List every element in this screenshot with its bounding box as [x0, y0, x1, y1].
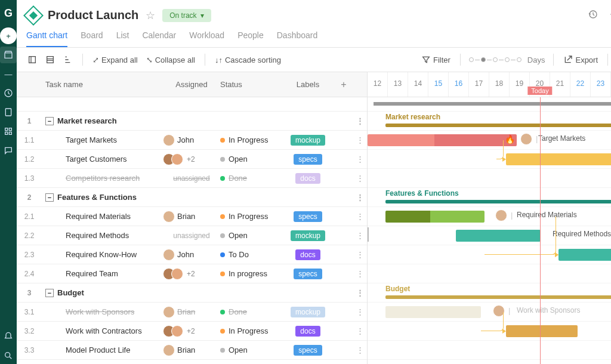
app-logo[interactable]: G — [0, 5, 17, 21]
tab-calendar[interactable]: Calendar — [142, 30, 176, 47]
avatar — [163, 306, 175, 318]
svg-rect-5 — [9, 132, 11, 134]
rail-grid-icon[interactable] — [0, 123, 17, 140]
history-icon[interactable] — [586, 7, 600, 23]
tab-dashboard[interactable]: Dashboard — [277, 30, 318, 47]
row-menu-icon[interactable]: ⋮ — [356, 250, 364, 259]
col-assigned[interactable]: Assigned — [163, 80, 220, 89]
row-menu-icon[interactable]: ⋮ — [356, 288, 364, 297]
col-status[interactable]: Status — [220, 80, 281, 89]
row-menu-icon[interactable]: ⋮ — [356, 155, 364, 164]
rail-projects-icon[interactable] — [0, 47, 17, 63]
gantt-group-bar[interactable] — [385, 200, 611, 203]
gantt-row — [368, 150, 611, 169]
star-icon[interactable]: ☆ — [146, 9, 155, 22]
row-menu-icon[interactable]: ⋮ — [356, 269, 364, 278]
task-row[interactable]: 2.2Required MethodsunassignedOpenmockup⋮ — [17, 226, 367, 245]
col-task-name[interactable]: Task name — [42, 80, 163, 89]
task-row[interactable]: 3.2Work with Contractors+2In Progressdoc… — [17, 322, 367, 341]
col-labels[interactable]: Labels — [281, 80, 335, 89]
gear-icon[interactable] — [607, 7, 611, 23]
group-row[interactable]: 2−Features & Functions⋮ — [17, 188, 367, 207]
label-tag[interactable]: specs — [294, 211, 322, 222]
task-row[interactable]: 3.1Work with SponsorsBrianDonemockup⋮ — [17, 303, 367, 322]
gantt-bar[interactable] — [558, 249, 611, 261]
rail-separator-icon: — — [0, 66, 17, 82]
label-tag[interactable]: docs — [295, 173, 320, 184]
day-cell: 23 — [591, 72, 611, 97]
gantt-bar[interactable] — [506, 153, 611, 165]
tab-gantt-chart[interactable]: Gantt chart — [26, 30, 67, 47]
collapse-grid-handle[interactable]: ◂ — [368, 227, 369, 242]
status-text: On track — [169, 11, 196, 20]
row-menu-icon[interactable]: ⋮ — [356, 174, 364, 183]
gantt-group-bar[interactable] — [385, 124, 611, 127]
task-row[interactable]: 2.3Required Know-HowJohnTo Dodocs⋮ — [17, 245, 367, 264]
status-pill[interactable]: On track ▾ — [162, 9, 211, 22]
task-row[interactable]: 1.2Target Customers+2Openspecs⋮ — [17, 150, 367, 169]
task-row[interactable]: 2.1Required MaterialsBrianIn Progressspe… — [17, 207, 367, 226]
rail-document-icon[interactable] — [0, 104, 17, 121]
gantt-bar[interactable] — [385, 306, 481, 318]
row-menu-icon[interactable]: ⋮ — [356, 193, 364, 202]
rail-chat-icon[interactable] — [0, 142, 17, 159]
tab-board[interactable]: Board — [81, 30, 103, 47]
group-row[interactable]: 1−Market research⋮ — [17, 112, 367, 131]
zoom-unit: Days — [527, 55, 545, 64]
tab-list[interactable]: List — [116, 30, 129, 47]
label-tag[interactable]: specs — [294, 345, 322, 356]
group-row[interactable]: 3−Budget⋮ — [17, 283, 367, 303]
task-row[interactable]: 1.1Target MarketsJohnIn Progressmockup⋮ — [17, 131, 367, 150]
label-tag[interactable]: docs — [295, 249, 320, 260]
day-cell: 18 — [489, 72, 510, 97]
row-menu-icon[interactable]: ⋮ — [356, 307, 364, 316]
row-menu-icon[interactable]: ⋮ — [356, 212, 364, 221]
rail-clock-icon[interactable] — [0, 85, 17, 101]
toggle-icon[interactable]: − — [45, 117, 54, 125]
label-tag[interactable]: specs — [294, 154, 322, 165]
cascade-sort-button[interactable]: ↓↑ Cascade sorting — [214, 53, 282, 67]
avatar — [163, 211, 175, 223]
label-tag[interactable]: docs — [295, 326, 320, 337]
gantt-bar[interactable] — [368, 134, 517, 146]
gantt-bar[interactable] — [385, 211, 485, 223]
expand-all-button[interactable]: ⤢ Expand all — [91, 53, 139, 67]
filter-button[interactable]: Filter — [420, 53, 452, 67]
chevron-down-icon: ▾ — [200, 11, 204, 20]
label-tag[interactable]: mockup — [291, 230, 325, 241]
gantt-row — [368, 341, 611, 360]
toggle-icon[interactable]: − — [45, 289, 54, 297]
zoom-slider[interactable] — [469, 57, 521, 62]
collapse-all-button[interactable]: ⤡ Collapse all — [145, 53, 196, 67]
tabs: Gantt chartBoardListCalendarWorkloadPeop… — [17, 23, 611, 48]
rows-icon[interactable] — [44, 53, 56, 67]
gantt-group-bar[interactable] — [385, 295, 611, 299]
toggle-icon[interactable]: − — [45, 193, 54, 202]
add-column-button[interactable]: + — [335, 79, 353, 90]
row-menu-icon[interactable]: ⋮ — [356, 326, 364, 335]
task-row[interactable]: 2.4Required Team+2In progressspecs⋮ — [17, 264, 367, 283]
task-row[interactable]: 1.3Competitors researchunassignedDonedoc… — [17, 169, 367, 188]
rail-bell-icon[interactable] — [0, 328, 17, 345]
label-tag[interactable]: mockup — [291, 135, 325, 146]
label-tag[interactable]: mockup — [291, 307, 325, 317]
tab-people[interactable]: People — [237, 30, 264, 47]
columns-icon[interactable] — [26, 53, 38, 67]
task-grid: Task name Assigned Status Labels + 1−Mar… — [17, 72, 368, 364]
tab-workload[interactable]: Workload — [189, 30, 224, 47]
overdue-icon: 🔥 — [505, 134, 515, 144]
row-menu-icon[interactable]: ⋮ — [356, 135, 364, 144]
gantt-group-label: Budget — [385, 285, 410, 293]
rail-search-icon[interactable] — [0, 347, 17, 364]
day-cell: 14 — [408, 72, 428, 97]
export-button[interactable]: Export — [562, 53, 599, 67]
label-tag[interactable]: specs — [294, 269, 322, 279]
add-button[interactable]: + — [0, 27, 17, 44]
gantt-bar[interactable] — [506, 325, 578, 337]
row-menu-icon[interactable]: ⋮ — [356, 231, 364, 240]
row-menu-icon[interactable]: ⋮ — [356, 346, 364, 354]
svg-rect-1 — [5, 109, 11, 116]
task-row[interactable]: 3.3Model Product LifeBrianOpenspecs⋮ — [17, 341, 367, 360]
row-menu-icon[interactable]: ⋮ — [356, 116, 364, 125]
hierarchy-icon[interactable] — [62, 53, 74, 67]
